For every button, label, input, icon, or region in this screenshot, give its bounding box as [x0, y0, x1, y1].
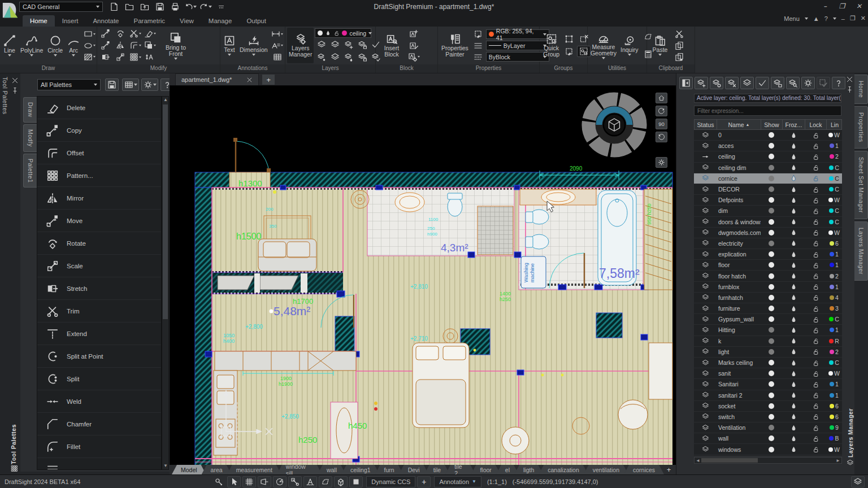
layer-row-furniture[interactable]: furniture 3 [694, 303, 842, 314]
layer-show-toggle[interactable] [761, 316, 782, 322]
layer-name[interactable]: socket [717, 403, 761, 409]
palette-item-mirror[interactable]: Mirror [37, 187, 161, 210]
layer-row-floor[interactable]: floor 1 [694, 260, 842, 271]
layer-status[interactable] [694, 175, 717, 182]
change-height-button[interactable] [143, 51, 157, 63]
selection-mode-button[interactable] [227, 476, 241, 487]
layer-line-color[interactable]: 4 [826, 294, 842, 301]
layer-lock-toggle[interactable] [805, 283, 826, 290]
layer-line-color[interactable]: W [826, 446, 842, 453]
layer-status[interactable] [694, 197, 717, 204]
scroll-thumb[interactable] [701, 458, 758, 463]
layer-show-toggle[interactable] [761, 176, 782, 181]
layer-frozen-toggle[interactable] [782, 251, 805, 258]
dock-tab-properties[interactable]: Properties [854, 106, 868, 149]
palette-item-weld[interactable]: Weld [37, 390, 161, 413]
ortho-toggle[interactable] [258, 476, 271, 487]
column-name[interactable]: Name▲ [717, 120, 761, 129]
layer-frozen-toggle[interactable] [782, 229, 805, 236]
hatch-button[interactable] [83, 51, 96, 63]
layer-line-color[interactable]: C [826, 219, 842, 225]
layer-status[interactable] [694, 272, 717, 280]
undo-button[interactable] [185, 1, 196, 12]
layer-name[interactable]: Ventilation [717, 424, 761, 431]
layer-frozen-toggle[interactable] [782, 316, 805, 323]
layer-lock-toggle[interactable] [805, 413, 826, 420]
layer-name[interactable]: acces [717, 142, 761, 149]
color-painter-button[interactable] [471, 28, 485, 40]
layer-frozen-toggle[interactable] [782, 153, 805, 160]
layer-status[interactable] [694, 294, 717, 301]
layout-tab-window-sill[interactable]: window sill [277, 465, 322, 474]
layer-frozen-toggle[interactable] [782, 391, 805, 399]
layer-status[interactable] [694, 164, 717, 171]
layer-frozen-toggle[interactable] [782, 272, 805, 280]
help-button[interactable]: ? [824, 15, 828, 22]
layer-lock-toggle[interactable] [805, 175, 826, 182]
save-button[interactable] [154, 1, 166, 12]
palette-tab-draw[interactable]: Draw [23, 97, 37, 123]
ribbon-tab-annotate[interactable]: Annotate [85, 15, 126, 27]
gravity-toggle[interactable] [319, 476, 332, 487]
trim-button[interactable] [128, 28, 142, 39]
fill-toggle[interactable] [349, 476, 363, 487]
layout-tab-floor[interactable]: floor [471, 465, 500, 474]
rotate-button[interactable] [114, 28, 127, 39]
layer-line-color[interactable]: 1 [826, 326, 842, 333]
copy-clipboard-button[interactable] [672, 40, 686, 51]
add-scale-button[interactable]: + [417, 476, 431, 487]
layer-frozen-toggle[interactable] [782, 381, 805, 388]
layer-show-toggle[interactable] [761, 186, 782, 192]
layer-name[interactable]: windows [717, 446, 761, 453]
layer-row-ceiling[interactable]: ceiling 2 [694, 151, 842, 162]
table-button[interactable] [271, 51, 284, 63]
activate-layer-button[interactable] [756, 77, 769, 89]
layer-status[interactable] [694, 337, 717, 345]
layout-tab-tile-2[interactable]: tile 2 [445, 465, 475, 474]
layer-frozen-toggle[interactable] [782, 359, 805, 367]
layer-lock-toggle[interactable] [805, 359, 826, 367]
layer-name[interactable]: Sanitari [717, 381, 761, 387]
layer-line-color[interactable]: W [826, 370, 842, 377]
rotate-ccw-button[interactable] [656, 106, 667, 116]
layer-frozen-toggle[interactable] [782, 424, 805, 432]
layer-row-gypsum-wall[interactable]: Gypsum_wall C [694, 314, 842, 325]
layer-show-toggle[interactable] [761, 165, 782, 171]
layer-row-switch[interactable]: switch 6 [694, 412, 842, 422]
layer-show-toggle[interactable] [761, 230, 782, 236]
layer-lock-toggle[interactable] [805, 424, 826, 432]
layer-frozen-toggle[interactable] [782, 164, 805, 171]
layer-show-toggle[interactable] [761, 273, 782, 279]
menu-button[interactable]: Menu [784, 15, 800, 22]
layer-status[interactable] [694, 239, 717, 247]
layer-status[interactable] [694, 142, 717, 150]
scroll-thumb[interactable] [163, 104, 168, 319]
layers-help-button[interactable] [832, 77, 845, 89]
collapse-ribbon-button[interactable]: ▲ [813, 15, 819, 22]
layer-frozen-toggle[interactable] [782, 294, 805, 301]
layer-line-color[interactable]: R [826, 338, 842, 345]
layer-lock-toggle[interactable] [805, 142, 826, 150]
active-layer-combo[interactable]: ceiling [315, 28, 371, 38]
mdi-minimize-button[interactable]: – [841, 15, 845, 22]
open-file-button[interactable] [124, 1, 135, 12]
layer-frozen-toggle[interactable] [782, 186, 805, 193]
layer-frozen-toggle[interactable] [782, 348, 805, 355]
layer-preview-button[interactable] [786, 77, 800, 89]
lineweight-button[interactable] [471, 40, 485, 51]
layer-row-0[interactable]: 0 W [694, 130, 842, 141]
layer-line-color[interactable]: W [826, 132, 842, 138]
layer-show-toggle[interactable] [761, 435, 782, 441]
layer-status[interactable] [694, 326, 717, 334]
layer-status[interactable] [694, 153, 717, 160]
layer-lock-toggle[interactable] [805, 251, 826, 258]
layout-tab-canalization[interactable]: canalization [539, 465, 588, 474]
array-button[interactable] [128, 51, 142, 63]
layer-show-toggle[interactable] [761, 251, 782, 257]
collapse-panel-button[interactable] [679, 77, 693, 89]
layer-row-furnhatch[interactable]: furnhatch 4 [694, 293, 842, 303]
layers-panel-pin-button[interactable] [846, 86, 853, 94]
home-view-button[interactable] [656, 93, 667, 103]
polar-toggle[interactable] [273, 476, 287, 487]
grid-toggle[interactable] [242, 476, 256, 487]
